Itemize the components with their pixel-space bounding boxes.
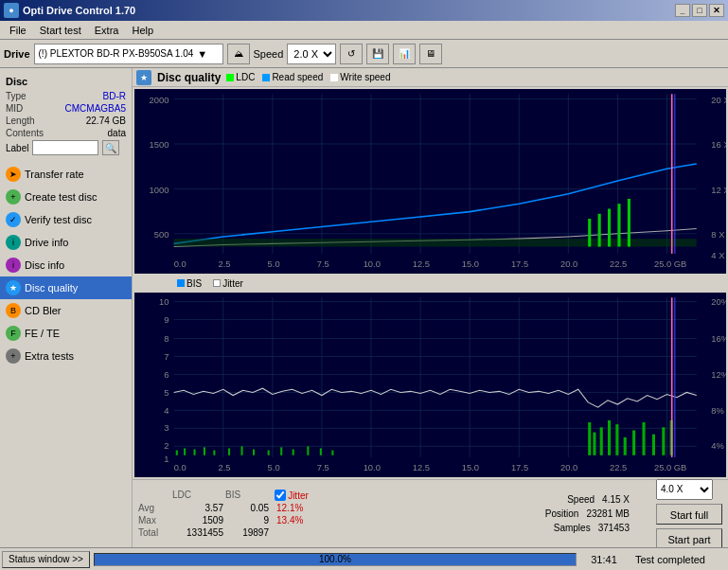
svg-text:7.5: 7.5 [317,258,329,269]
svg-rect-82 [642,422,645,455]
svg-text:0.0: 0.0 [174,258,186,269]
svg-text:3: 3 [164,422,169,433]
svg-rect-72 [307,446,309,454]
cd-bler-icon: B [6,303,21,318]
svg-rect-78 [608,420,611,455]
stats-table: LDC BIS Jitter Avg 3.57 0.05 12.1% Max 1… [138,490,314,538]
svg-rect-75 [588,422,591,455]
verify-test-disc-icon: ✓ [6,212,21,227]
disc-section-title: Disc [6,76,126,87]
toolbar-btn-3[interactable]: 📊 [393,44,416,64]
svg-text:25.0 GB: 25.0 GB [654,258,686,269]
svg-rect-15 [588,219,591,247]
disc-mid-row: MID CMCMAGBA5 [6,103,126,114]
svg-text:1: 1 [164,454,169,464]
sidebar-item-fe-te[interactable]: F FE / TE [0,322,132,345]
jitter-checkbox[interactable] [275,490,286,501]
svg-text:12.5: 12.5 [413,258,430,269]
svg-text:7.5: 7.5 [317,462,329,472]
svg-text:20%: 20% [711,296,726,307]
svg-rect-76 [593,433,595,455]
minimize-button[interactable]: _ [675,4,690,17]
app-title: Opti Drive Control 1.70 [23,5,135,16]
legend: LDC Read speed Write speed [226,72,390,82]
menu-extra[interactable]: Extra [89,23,125,38]
menu-file[interactable]: File [4,23,32,38]
position-stat-val: 23281 MB [586,508,630,519]
start-part-button[interactable]: Start part [656,528,722,548]
svg-text:1000: 1000 [150,185,169,195]
disc-label-btn[interactable]: 🔍 [102,140,119,155]
svg-text:17.5: 17.5 [511,258,528,269]
bis-legend-label: BIS [186,278,202,289]
toolbar-btn-2[interactable]: 💾 [366,44,389,64]
time-display: 31:41 [580,554,628,565]
speed-stat-label: Speed [567,494,595,505]
svg-text:12%: 12% [711,369,726,380]
svg-rect-73 [320,448,322,454]
speed-select-stats[interactable]: 4.0 X 8.0 X [656,479,713,500]
disc-info-box: Disc Type BD-R MID CMCMAGBA5 Length 22.7… [0,72,132,159]
svg-text:8 X: 8 X [711,229,725,240]
jitter-legend-dot [213,279,221,287]
svg-rect-67 [241,446,243,454]
ldc-legend-label: LDC [236,72,255,82]
toolbar-btn-1[interactable]: ⛰ [227,44,250,64]
drive-info-icon: i [6,235,21,250]
avg-bis: 0.05 [231,503,269,513]
toolbar-refresh-btn[interactable]: ↺ [340,44,363,64]
bis-legend-dot [177,279,185,287]
svg-text:16%: 16% [711,333,726,344]
svg-text:8: 8 [164,333,169,344]
write-speed-legend-dot [330,74,338,81]
svg-text:5.0: 5.0 [268,258,280,269]
close-button[interactable]: ✕ [709,4,724,17]
svg-text:2.5: 2.5 [219,258,231,269]
total-ldc: 1331455 [176,527,223,538]
disc-quality-header-icon: ★ [136,70,151,85]
svg-rect-68 [253,449,255,454]
sidebar-item-disc-quality[interactable]: ★ Disc quality [0,276,132,299]
sidebar-item-transfer-rate[interactable]: ➤ Transfer rate [0,163,132,186]
status-window-button[interactable]: Status window >> [2,551,90,568]
avg-jitter: 12.1% [276,503,314,513]
menu-help[interactable]: Help [126,23,159,38]
svg-text:4: 4 [164,404,169,415]
sidebar-item-drive-info[interactable]: i Drive info [0,231,132,254]
speed-select[interactable]: 2.0 X 4.0 X 8.0 X [287,44,336,64]
svg-text:5: 5 [164,387,169,398]
disc-quality-title: Disc quality [157,71,221,84]
sidebar-item-create-test-disc[interactable]: + Create test disc [0,186,132,208]
disc-contents-row: Contents data [6,128,126,138]
svg-rect-70 [280,447,282,454]
position-stat-label: Position [545,508,579,519]
disc-quality-icon: ★ [6,280,21,295]
disc-label-input[interactable] [32,140,98,155]
toolbar-btn-4[interactable]: 🖥 [419,44,442,64]
app-icon: ● [4,3,19,18]
samples-stat-val: 371453 [598,523,630,533]
content-area: ★ Disc quality LDC Read speed Write spee… [133,68,728,547]
create-test-disc-icon: + [6,189,21,205]
sidebar-item-extra-tests[interactable]: + Extra tests [0,345,132,367]
sidebar-item-verify-test-disc[interactable]: ✓ Verify test disc [0,208,132,231]
stats-headers: LDC BIS Jitter [138,490,314,501]
svg-text:4%: 4% [711,440,724,451]
svg-rect-17 [608,208,611,246]
toolbar: Drive (!) PLEXTOR BD-R PX-B950SA 1.04 ▼ … [0,40,728,68]
read-speed-legend-dot [262,74,270,81]
svg-rect-18 [617,204,620,246]
stats-avg-row: Avg 3.57 0.05 12.1% [138,503,314,513]
sidebar: Disc Type BD-R MID CMCMAGBA5 Length 22.7… [0,68,133,547]
start-full-button[interactable]: Start full [656,504,722,525]
menu-start-test[interactable]: Start test [34,23,87,38]
maximize-button[interactable]: □ [692,4,707,17]
ldc-header: LDC [172,490,191,501]
svg-text:500: 500 [154,229,169,240]
sidebar-item-disc-info[interactable]: i Disc info [0,254,132,276]
svg-rect-77 [600,427,603,455]
sidebar-item-cd-bler[interactable]: B CD Bler [0,299,132,322]
drive-selector[interactable]: (!) PLEXTOR BD-R PX-B950SA 1.04 ▼ [34,44,223,64]
speed-stat-val: 4.15 X [602,494,630,505]
disc-quality-header: ★ Disc quality LDC Read speed Write spee… [133,68,728,87]
